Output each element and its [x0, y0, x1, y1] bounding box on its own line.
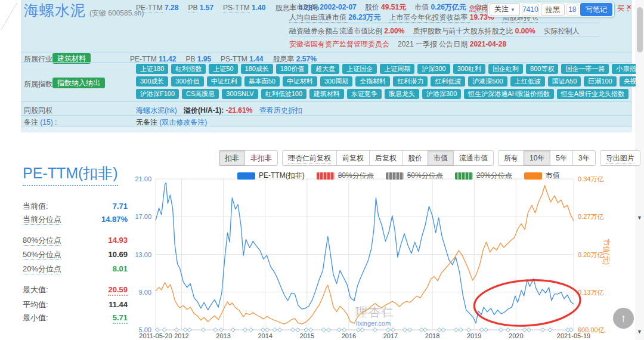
history-discount-link[interactable]: 查看历史折扣: [259, 106, 302, 115]
toolbar-button-股价[interactable]: 股价: [402, 150, 428, 166]
toolbar-button-3年[interactable]: 3年: [572, 150, 596, 166]
toolbar-button-10年[interactable]: 10年: [524, 150, 550, 166]
toolbar-button-导出图片[interactable]: 导出图片: [600, 150, 640, 166]
legend-label: 市值: [546, 171, 560, 181]
index-badge[interactable]: 红利指数: [171, 64, 206, 74]
follow-count-box[interactable]: 7410: [522, 4, 539, 16]
index-badge[interactable]: CS高股息: [182, 89, 219, 99]
index-badge[interactable]: 红利潜力: [393, 76, 428, 86]
index-badge[interactable]: 沪港深F100: [136, 89, 179, 99]
svg-text:2016: 2016: [342, 332, 356, 339]
index-badge[interactable]: 股息龙头: [385, 89, 419, 99]
index-badge-row: 沪港深F100CS高股息300SNLV红利低波100建筑材料东证竞争股息龙头沪港…: [136, 89, 619, 99]
svg-text:2019: 2019: [467, 332, 481, 339]
index-badge[interactable]: 中证材料: [283, 76, 317, 86]
toolbar-button-前复权[interactable]: 前复权: [336, 150, 370, 166]
scrollbar-down-arrow-icon[interactable]: ▼: [637, 329, 642, 335]
stock-header-panel: 海螺水泥(安徽 600585.sh) PE-TTM 7.28PB 1.57PS-…: [21, 0, 632, 126]
info-label: 上市至今年化投资收益率: [389, 13, 469, 23]
legend-item[interactable]: 50%分位点: [386, 171, 443, 181]
index-badge[interactable]: 800等权: [526, 64, 558, 74]
svg-text:2017: 2017: [383, 332, 398, 339]
note-count[interactable]: (15): [40, 118, 52, 126]
index-badge[interactable]: 中证红利: [207, 76, 242, 86]
index-badge[interactable]: 国企一带一路: [561, 64, 609, 74]
info-value: 0.26万亿元: [431, 3, 466, 11]
block-count-box[interactable]: 18: [566, 4, 578, 16]
toolbar-button-所有[interactable]: 所有: [498, 150, 524, 166]
info-value: 0.00%: [515, 27, 535, 35]
index-badge[interactable]: 上证180: [136, 64, 168, 74]
index-badge[interactable]: 国证A50: [548, 76, 581, 86]
index-badge[interactable]: 东证竞争: [347, 89, 382, 99]
index-badge[interactable]: 超大盘: [311, 64, 339, 74]
index-badge[interactable]: 300价值: [171, 76, 203, 86]
index-badge[interactable]: 300红利: [453, 64, 485, 74]
pe-marketcap-chart[interactable]: 21.0017.0013.009.005.000.34万亿0.27万亿0.20万…: [0, 169, 644, 340]
toolbar-button-扣非[interactable]: 扣非: [219, 150, 245, 166]
index-badge[interactable]: 上证国企: [342, 64, 377, 74]
stock-info-row: 融资融券余额占流通市值比例 2.00%质押股数与前十大股东持股之比 0.00%实…: [289, 26, 588, 36]
index-badge[interactable]: 沪港深500: [468, 76, 507, 86]
info-separator: [289, 36, 599, 36]
toolbar-button-流通市值[interactable]: 流通市值: [453, 150, 494, 166]
banner-close-icon[interactable]: ×: [627, 2, 631, 11]
write-note-button[interactable]: 写笔记: [580, 3, 612, 16]
metric-value: 7.28: [163, 4, 179, 12]
info-label: 股价: [365, 3, 381, 11]
legend-item[interactable]: 20%分位点: [455, 171, 512, 181]
index-badge[interactable]: 上证周期: [380, 64, 414, 74]
premium-value: -21.61%: [226, 106, 253, 115]
legend-item[interactable]: 80%分位点: [317, 171, 374, 181]
index-badge[interactable]: 沪港深300: [422, 89, 461, 99]
legend-item[interactable]: PE-TTM(扣非): [237, 171, 305, 181]
index-badge-row: 上证180红利指数上证50180成长180价值超大盘上证国企上证周期沪深3003…: [136, 64, 619, 74]
index-badge[interactable]: 300周期: [320, 76, 352, 86]
lixinger-stock-page: 海螺水泥(安徽 600585.sh) PE-TTM 7.28PB 1.57PS-…: [0, 0, 644, 340]
toolbar-button-label: 10年: [530, 154, 544, 162]
index-badge[interactable]: 基本面50: [244, 76, 280, 86]
index-badge[interactable]: 300SNLV: [222, 89, 258, 99]
index-inout-badge[interactable]: 指数纳入纳出: [52, 78, 105, 88]
svg-text:13.00: 13.00: [135, 251, 151, 258]
toolbar-button-非扣非[interactable]: 非扣非: [244, 150, 278, 166]
index-badge[interactable]: 建筑材料: [309, 89, 344, 99]
index-badge[interactable]: 上红低波: [510, 76, 545, 86]
metric-value: 1.40: [250, 4, 266, 12]
note-text[interactable]: 无备注: [136, 118, 157, 126]
scrollbar-thumb[interactable]: [637, 7, 643, 52]
toolbar-button-后复权[interactable]: 后复权: [369, 150, 402, 166]
index-badge[interactable]: 红利低波100: [261, 89, 306, 99]
toolbar-button-5年[interactable]: 5年: [550, 150, 573, 166]
toolbar-group: 扣非非扣非: [219, 150, 278, 166]
index-badge[interactable]: 恒生沪深港通AH股溢价指数: [464, 89, 553, 99]
index-badge[interactable]: 巨潮100: [584, 76, 616, 86]
toolbar-button-理杏仁前复权[interactable]: 理杏仁前复权: [282, 150, 337, 166]
index-badge[interactable]: 全指材料: [355, 76, 390, 86]
toolbar-button-市值[interactable]: 市值: [428, 150, 454, 166]
block-button[interactable]: 拉黑: [541, 4, 565, 16]
follow-button[interactable]: 关注▼: [490, 3, 520, 16]
scroll-down-icon[interactable]: ▼: [637, 215, 642, 221]
back-to-top-button[interactable]: ↑: [613, 308, 634, 329]
metric-label: PS-TTM: [223, 4, 250, 13]
toolbar-group: 所有10年5年3年: [498, 150, 596, 166]
index-badge[interactable]: 上证50: [209, 64, 237, 74]
toolbar-button-label: 导出图片: [606, 154, 634, 163]
index-badge[interactable]: 300成长: [136, 76, 168, 86]
info-item: 融资融券余额占流通市值比例 2.00%: [289, 27, 404, 35]
svg-text:21.00: 21.00: [135, 175, 151, 183]
svg-text:2012: 2012: [174, 332, 188, 339]
hk-stock-link[interactable]: 海螺水泥(hk): [136, 106, 177, 115]
index-badge[interactable]: 沪深300: [417, 64, 450, 74]
svg-text:17.00: 17.00: [135, 213, 151, 220]
index-badge[interactable]: 红利低波: [431, 76, 465, 86]
index-badge[interactable]: 180价值: [276, 64, 308, 74]
index-badge[interactable]: 180成长: [241, 64, 273, 74]
svg-text:2021-05-19: 2021-05-19: [557, 332, 590, 339]
legend-item[interactable]: 市值: [524, 171, 560, 181]
index-badge[interactable]: 恒生A股行业龙头指数: [557, 89, 628, 99]
index-badge[interactable]: 国企红利: [488, 64, 523, 74]
legend-swatch: [524, 172, 542, 180]
chart-legend: PE-TTM(扣非)80%分位点50%分位点20%分位点市值: [237, 171, 560, 181]
